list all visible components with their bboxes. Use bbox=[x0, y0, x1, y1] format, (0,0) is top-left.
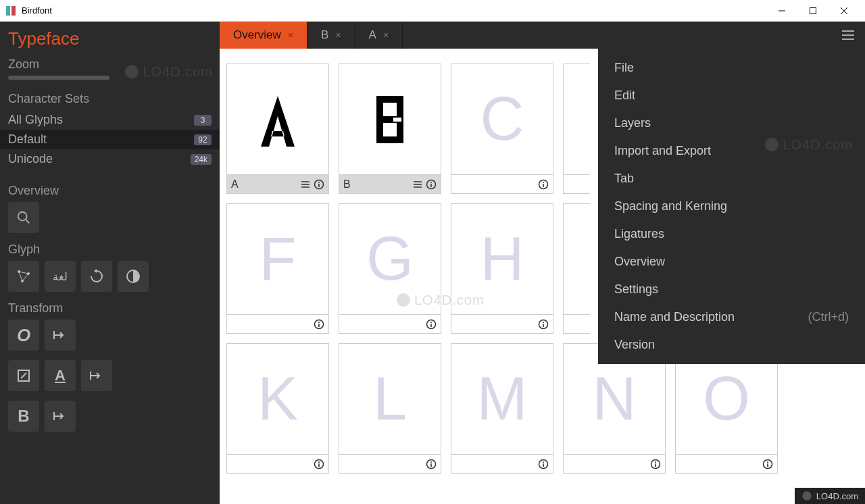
charset-label: Unicode bbox=[8, 152, 53, 166]
info-icon[interactable] bbox=[314, 459, 324, 470]
menu-icon[interactable] bbox=[412, 179, 423, 190]
window-title: Birdfont bbox=[22, 5, 766, 16]
info-icon[interactable] bbox=[538, 179, 549, 190]
glyph-cell[interactable]: A bbox=[226, 64, 329, 194]
close-icon[interactable]: × bbox=[335, 30, 341, 41]
close-button[interactable] bbox=[829, 0, 860, 22]
charset-count: 3 bbox=[194, 115, 212, 126]
main-area: Overview × B × A × bbox=[220, 22, 865, 504]
glyph-cell[interactable]: G bbox=[339, 203, 441, 334]
menu-settings[interactable]: Settings bbox=[598, 276, 865, 303]
menu-layers[interactable]: Layers bbox=[598, 109, 865, 137]
svg-rect-3 bbox=[810, 7, 816, 14]
glyph-cell[interactable]: B bbox=[339, 64, 441, 194]
info-icon[interactable] bbox=[538, 459, 549, 470]
glyph-preview: L bbox=[339, 344, 441, 454]
menu-spacing-kerning[interactable]: Spacing and Kerning bbox=[598, 193, 865, 220]
menu-overview[interactable]: Overview bbox=[598, 248, 865, 276]
menu-tab[interactable]: Tab bbox=[598, 165, 865, 193]
info-icon[interactable] bbox=[426, 319, 437, 330]
glyph-label: Glyph bbox=[8, 243, 212, 257]
menu-version[interactable]: Version bbox=[598, 331, 865, 359]
tab-label: A bbox=[369, 28, 376, 42]
glyph-tool-contrast[interactable] bbox=[118, 261, 149, 292]
tab-a[interactable]: A × bbox=[355, 22, 403, 49]
glyph-cell[interactable] bbox=[563, 203, 590, 334]
tab-b[interactable]: B × bbox=[307, 22, 355, 49]
info-icon[interactable] bbox=[314, 319, 324, 330]
glyph-preview: K bbox=[227, 344, 328, 454]
svg-point-58 bbox=[655, 461, 656, 463]
charset-count: 92 bbox=[194, 134, 212, 145]
svg-point-40 bbox=[318, 322, 320, 323]
info-icon[interactable] bbox=[426, 179, 437, 190]
glyph-footer bbox=[227, 454, 328, 473]
glyph-cell[interactable] bbox=[563, 64, 590, 194]
info-icon[interactable] bbox=[314, 179, 324, 190]
glyph-tool-rotate[interactable] bbox=[81, 261, 112, 292]
menu-edit[interactable]: Edit bbox=[598, 82, 865, 109]
glyph-tool-nodes[interactable] bbox=[8, 261, 39, 292]
glyph-cell[interactable]: L bbox=[339, 343, 441, 474]
glyph-preview bbox=[564, 204, 590, 314]
tab-overview[interactable]: Overview × bbox=[220, 22, 307, 49]
svg-rect-25 bbox=[318, 184, 320, 187]
maximize-button[interactable] bbox=[797, 0, 829, 22]
transform-tool-move3[interactable] bbox=[45, 401, 76, 432]
glyph-preview: M bbox=[451, 344, 553, 454]
svg-point-6 bbox=[18, 212, 27, 221]
close-icon[interactable]: × bbox=[383, 30, 389, 41]
glyph-footer: B bbox=[339, 174, 441, 193]
transform-tool-move[interactable] bbox=[45, 320, 76, 351]
sidebar: Typeface Zoom Character Sets All Glyphs … bbox=[0, 22, 220, 504]
search-button[interactable] bbox=[8, 202, 39, 233]
menu-ligatures[interactable]: Ligatures bbox=[598, 220, 865, 248]
glyph-preview bbox=[564, 64, 590, 174]
transform-tool-underline[interactable]: A bbox=[45, 360, 76, 391]
transform-tool-skew[interactable]: O bbox=[8, 320, 39, 351]
glyph-cell[interactable]: K bbox=[226, 343, 329, 474]
glyph-cell[interactable]: H bbox=[451, 203, 553, 334]
menu-name-description[interactable]: Name and Description(Ctrl+d) bbox=[598, 303, 865, 331]
glyph-cell[interactable]: C bbox=[451, 64, 553, 194]
charset-label: Default bbox=[8, 132, 47, 147]
glyph-cell[interactable]: M bbox=[451, 343, 553, 474]
svg-rect-29 bbox=[393, 118, 401, 122]
info-icon[interactable] bbox=[650, 459, 661, 470]
svg-point-37 bbox=[543, 182, 544, 183]
charset-unicode[interactable]: Unicode 24k bbox=[8, 149, 212, 169]
svg-rect-47 bbox=[543, 324, 544, 327]
charset-default[interactable]: Default 92 bbox=[0, 130, 220, 149]
zoom-slider[interactable] bbox=[8, 76, 109, 80]
watermark-badge: LO4D.com bbox=[795, 488, 865, 504]
glyph-label: B bbox=[343, 178, 351, 191]
info-icon[interactable] bbox=[426, 459, 437, 470]
transform-tool-resize[interactable] bbox=[8, 360, 39, 391]
info-icon[interactable] bbox=[762, 459, 773, 470]
overview-label: Overview bbox=[8, 184, 212, 198]
transform-tool-move2[interactable] bbox=[81, 360, 112, 391]
svg-rect-41 bbox=[318, 324, 320, 327]
svg-rect-1 bbox=[11, 6, 16, 16]
info-icon[interactable] bbox=[538, 319, 549, 330]
svg-rect-44 bbox=[430, 324, 432, 327]
svg-rect-53 bbox=[430, 463, 432, 467]
transform-tool-bold[interactable]: B bbox=[8, 401, 39, 432]
menu-file[interactable]: File bbox=[598, 54, 865, 82]
menu-import-export[interactable]: Import and Export bbox=[598, 137, 865, 165]
glyph-label: A bbox=[231, 178, 239, 191]
sidebar-title: Typeface bbox=[8, 28, 212, 49]
glyph-footer bbox=[564, 314, 590, 333]
glyph-footer bbox=[676, 454, 777, 473]
menu-button[interactable] bbox=[831, 22, 865, 49]
close-icon[interactable]: × bbox=[288, 30, 293, 41]
svg-line-7 bbox=[26, 220, 30, 224]
svg-point-46 bbox=[543, 322, 544, 323]
minimize-button[interactable] bbox=[766, 0, 797, 22]
charset-all-glyphs[interactable]: All Glyphs 3 bbox=[8, 110, 212, 130]
svg-rect-14 bbox=[90, 372, 91, 380]
menu-icon[interactable] bbox=[300, 179, 311, 190]
svg-rect-0 bbox=[6, 6, 10, 16]
glyph-cell[interactable]: F bbox=[226, 203, 329, 334]
glyph-tool-language[interactable]: لغة bbox=[45, 261, 76, 292]
